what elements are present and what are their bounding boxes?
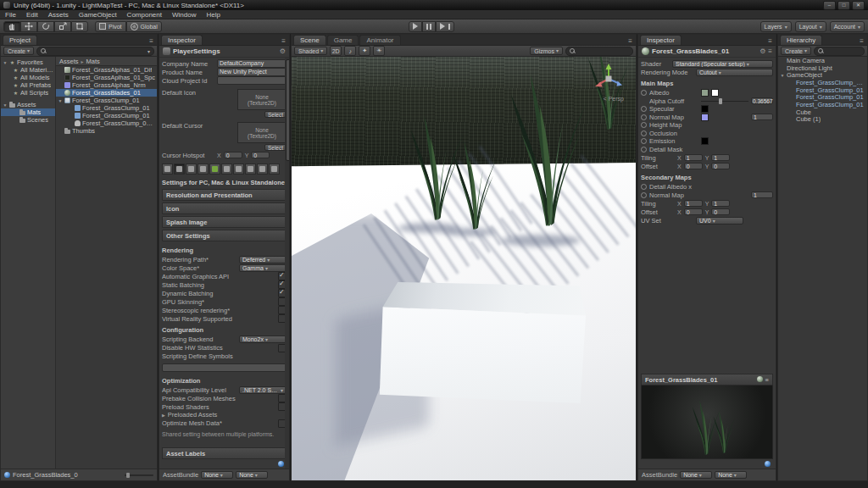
assetbundle-variant-dropdown[interactable]: None▾ — [236, 471, 268, 479]
panel-menu-icon[interactable]: ≡ — [628, 37, 634, 45]
project-file-row[interactable]: ▼ Forest_GrassAlphas_01_Dif — [56, 66, 157, 74]
minimize-button[interactable]: – — [823, 1, 836, 10]
favorites-item[interactable]: ★ All Materials — [1, 66, 55, 74]
view-tab[interactable]: Animator — [359, 35, 400, 45]
layers-dropdown[interactable]: Layers ▾ — [760, 21, 792, 32]
offset-y-field[interactable]: 0 — [711, 163, 730, 169]
asset-labels-header[interactable]: Asset Labels — [162, 447, 287, 459]
global-toggle-button[interactable]: Global — [126, 21, 162, 32]
assetbundle-main-dropdown[interactable]: None▾ — [201, 471, 233, 479]
offset-y-field[interactable]: 0 — [711, 208, 730, 215]
platform-tab[interactable] — [198, 164, 209, 175]
folder-tree-item[interactable]: ▼ Assets — [1, 101, 55, 108]
tab-inspector[interactable]: Inspector — [161, 35, 203, 45]
persp-label[interactable]: < Persp — [604, 96, 624, 102]
step-button[interactable] — [436, 21, 454, 32]
default-cursor-select-button[interactable]: Select — [264, 144, 287, 151]
settings-section-button[interactable]: Resolution and Presentation — [162, 189, 287, 201]
platform-tab[interactable] — [174, 164, 185, 175]
panel-menu-icon[interactable]: ≡ — [860, 37, 865, 45]
hierarchy-item[interactable]: ▼ Main Camera — [778, 57, 867, 64]
color-swatch[interactable] — [711, 89, 719, 97]
texture-picker-icon[interactable] — [641, 184, 647, 190]
view-tab[interactable]: Scene — [293, 35, 326, 45]
hierarchy-item[interactable]: ▼ Forest_GrassClump_01 — [778, 93, 867, 101]
context-menu-icon[interactable]: ≡ — [768, 47, 772, 55]
shader-dropdown[interactable]: Standard (Specular setup)▾ — [672, 60, 773, 68]
folder-tree-item[interactable]: ▼ Mats — [1, 108, 55, 116]
project-file-row[interactable]: ▼ Thumbs — [56, 127, 157, 135]
settings-scrollbar[interactable] — [285, 58, 289, 469]
tab-hierarchy[interactable]: Hierarchy — [780, 35, 822, 45]
favorites-item[interactable]: ★ All Prefabs — [1, 81, 55, 89]
settings-section-button[interactable]: Splash Image — [162, 216, 287, 228]
cloud-project-id-field[interactable] — [217, 76, 287, 85]
favorites-item[interactable]: ★ All Scripts — [1, 89, 55, 97]
hand-tool-button[interactable] — [3, 21, 20, 32]
texture-picker-icon[interactable] — [641, 122, 647, 128]
platform-tab[interactable] — [209, 164, 220, 175]
menu-item[interactable]: File — [0, 10, 21, 19]
asset-label-icon[interactable] — [765, 461, 771, 467]
close-button[interactable]: ✕ — [852, 1, 865, 10]
rendering-mode-dropdown[interactable]: Cutout▾ — [696, 69, 773, 76]
move-tool-button[interactable] — [20, 21, 37, 32]
panel-menu-icon[interactable]: ≡ — [149, 37, 155, 45]
project-file-row[interactable]: ▼ Forest_GrassClump_01 — [56, 112, 157, 119]
platform-tab[interactable] — [245, 164, 256, 175]
layout-dropdown[interactable]: Layout ▾ — [795, 21, 826, 32]
texture-picker-icon[interactable] — [641, 192, 647, 198]
hierarchy-item[interactable]: ▼ Directional Light — [778, 64, 867, 72]
foldout-arrow-icon[interactable]: ▼ — [3, 103, 8, 108]
platform-tab[interactable] — [257, 164, 268, 175]
hotspot-y-field[interactable]: 0 — [251, 152, 270, 158]
menu-item[interactable]: Edit — [21, 10, 43, 19]
shading-mode-dropdown[interactable]: Shaded ▾ — [294, 47, 327, 55]
foldout-arrow-icon[interactable]: ▼ — [3, 60, 8, 65]
scene-viewport[interactable]: < Persp — [292, 57, 636, 480]
project-file-row[interactable]: ▼ Forest_GrassClump_01Avatar — [56, 119, 157, 127]
menu-item[interactable]: GameObject — [74, 10, 122, 19]
menu-item[interactable]: Window — [167, 10, 201, 19]
scene-search-input[interactable] — [565, 47, 633, 56]
scale-tool-button[interactable] — [54, 21, 71, 32]
preview-menu-icon[interactable]: ≡ — [765, 376, 769, 384]
foldout-arrow-icon[interactable]: ▼ — [780, 73, 785, 78]
hierarchy-item[interactable]: ▼ Forest_GrassClump_01 — [778, 86, 867, 94]
texture-picker-icon[interactable] — [641, 147, 647, 152]
platform-tab[interactable] — [186, 164, 197, 175]
breadcrumb-current[interactable]: Mats — [86, 58, 100, 65]
gear-icon[interactable]: ⚙ — [280, 47, 286, 55]
folder-tree-item[interactable]: ▼ Scenes — [1, 116, 55, 124]
settings-section-button[interactable]: Icon — [162, 202, 287, 214]
project-file-row[interactable]: ▼ Forest_GrassAplhas_01_Spc — [56, 74, 157, 81]
gear-icon[interactable]: ⚙ — [760, 47, 765, 55]
texture-picker-icon[interactable] — [641, 106, 647, 112]
panel-menu-icon[interactable]: ≡ — [281, 37, 287, 45]
project-file-row[interactable]: ▼ Forest_GrassAlphas_Nrm — [56, 81, 157, 89]
texture-picker-icon[interactable] — [641, 114, 647, 120]
setting-dropdown[interactable]: Mono2x▾ — [239, 336, 287, 343]
play-button[interactable] — [409, 21, 422, 32]
material-preview-header[interactable]: Forest_GrassBlades_01 ≡ — [641, 374, 773, 385]
menu-item[interactable]: Assets — [43, 10, 74, 19]
setting-textfield[interactable] — [162, 363, 288, 372]
pause-button[interactable] — [422, 21, 436, 32]
tiling-y-field[interactable]: 1 — [711, 154, 730, 161]
breadcrumb-root[interactable]: Assets — [59, 58, 79, 65]
texture-picker-icon[interactable] — [641, 130, 647, 136]
offset-x-field[interactable]: 0 — [684, 163, 703, 169]
texture-thumbnail[interactable] — [701, 89, 709, 97]
uv-set-dropdown[interactable]: UV0▾ — [696, 217, 743, 225]
hierarchy-item[interactable]: ▼ Cube — [778, 108, 867, 116]
asset-label-icon[interactable] — [278, 461, 284, 467]
texture-picker-icon[interactable] — [641, 90, 647, 96]
menu-item[interactable]: Component — [122, 10, 167, 19]
material-preview[interactable] — [641, 385, 773, 459]
project-file-row[interactable]: ▼ Forest_GrassBlades_01 — [56, 89, 157, 97]
panel-menu-icon[interactable]: ≡ — [768, 37, 774, 45]
account-dropdown[interactable]: Account ▾ — [830, 21, 865, 32]
scene-orientation-gizmo[interactable] — [592, 62, 626, 96]
settings-section-button[interactable]: Other Settings — [162, 230, 287, 241]
foldout-arrow-icon[interactable]: ▶ — [162, 413, 165, 418]
